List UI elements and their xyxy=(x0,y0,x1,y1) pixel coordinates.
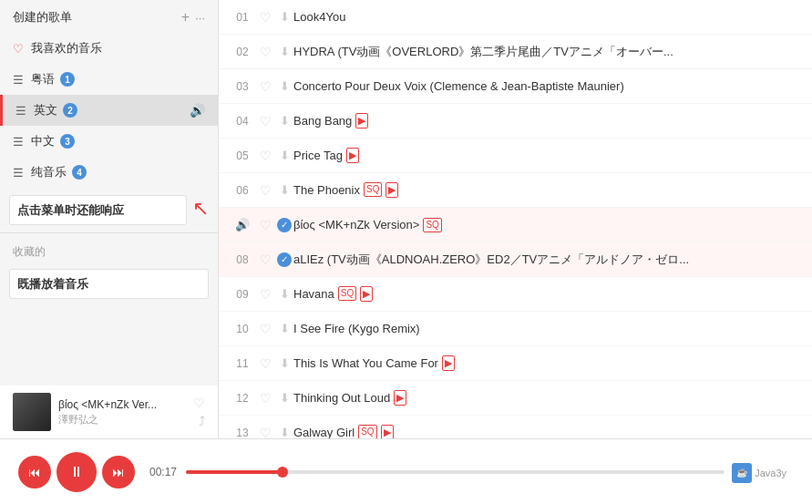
track-row[interactable]: 08♡✓aLIEz (TV动画《ALDNOAH.ZERO》ED2／TVアニメ「ア… xyxy=(219,242,812,277)
track-row[interactable]: 10♡⬇I See Fire (Kygo Remix) xyxy=(219,312,812,346)
track-heart-icon[interactable]: ♡ xyxy=(255,356,275,371)
heart-action-icon[interactable]: ♡ xyxy=(193,396,205,410)
play-pause-button[interactable]: ⏸ xyxy=(57,452,97,492)
badge-3: 3 xyxy=(60,134,75,149)
track-check-area[interactable]: ⬇ xyxy=(275,183,293,197)
play-badge: ▶ xyxy=(442,355,455,371)
annotation-text-2: 既播放着音乐 xyxy=(17,277,88,291)
add-icon[interactable]: + xyxy=(181,9,190,26)
download-icon[interactable]: ⬇ xyxy=(280,45,290,58)
track-row[interactable]: 🔊♡✓βίος <MK+nZk Version>SQ xyxy=(219,208,812,242)
track-heart-icon[interactable]: ♡ xyxy=(255,218,275,232)
track-title: This Is What You Came For▶ xyxy=(293,355,801,371)
track-number: 10 xyxy=(230,323,255,335)
track-heart-icon[interactable]: ♡ xyxy=(255,10,275,25)
download-icon[interactable]: ⬇ xyxy=(280,149,290,162)
track-title-text: Bang Bang xyxy=(293,114,352,128)
track-title: Concerto Pour Deux Voix (Clemence & Jean… xyxy=(293,79,801,93)
track-check-area[interactable]: ⬇ xyxy=(275,79,293,93)
download-icon[interactable]: ⬇ xyxy=(280,322,290,335)
track-row[interactable]: 05♡⬇Price Tag▶ xyxy=(219,139,812,173)
track-heart-icon[interactable]: ♡ xyxy=(255,45,275,59)
track-check-area[interactable]: ✓ xyxy=(275,252,293,267)
download-icon[interactable]: ⬇ xyxy=(280,114,290,128)
sidebar-item-chinese[interactable]: ☰ 中文 3 xyxy=(0,126,218,157)
progress-bar[interactable] xyxy=(186,470,725,474)
sidebar-item-english[interactable]: ☰ 英文 2 🔊 xyxy=(0,95,218,126)
track-number: 08 xyxy=(230,253,255,266)
track-check-area[interactable]: ⬇ xyxy=(275,149,293,162)
track-number: 11 xyxy=(230,357,255,370)
track-number: 01 xyxy=(230,11,255,24)
track-check-area[interactable]: ⬇ xyxy=(275,287,293,301)
volume-playing-icon: 🔊 xyxy=(235,218,250,231)
track-row[interactable]: 13♡⬇Galway GirlSQ▶ xyxy=(219,416,812,438)
track-check-area[interactable]: ⬇ xyxy=(275,322,293,335)
sidebar-item-cantonese[interactable]: ☰ 粤语 1 xyxy=(0,64,218,95)
download-icon[interactable]: ⬇ xyxy=(280,79,290,93)
prev-button[interactable]: ⏮ xyxy=(18,456,51,489)
track-title-text: This Is What You Came For xyxy=(293,356,438,370)
track-number: 13 xyxy=(230,427,255,439)
sq-badge: SQ xyxy=(338,286,356,301)
download-icon[interactable]: ⬇ xyxy=(280,287,290,301)
download-icon[interactable]: ⬇ xyxy=(280,391,290,405)
track-row[interactable]: 02♡⬇HYDRA (TV动画《OVERLORD》第二季片尾曲／TVアニメ「オー… xyxy=(219,35,812,69)
track-row[interactable]: 12♡⬇Thinking Out Loud▶ xyxy=(219,381,812,416)
track-check-area[interactable]: ⬇ xyxy=(275,391,293,405)
track-heart-icon[interactable]: ♡ xyxy=(255,149,275,163)
more-icon[interactable]: ··· xyxy=(195,11,205,25)
track-check-area[interactable]: ⬇ xyxy=(275,10,293,24)
track-check-area[interactable]: ⬇ xyxy=(275,45,293,58)
play-badge: ▶ xyxy=(355,113,368,129)
track-title-text: HYDRA (TV动画《OVERLORD》第二季片尾曲／TVアニメ「オーバー..… xyxy=(293,44,673,60)
track-check-area[interactable]: ⬇ xyxy=(275,114,293,128)
track-heart-icon[interactable]: ♡ xyxy=(255,426,275,439)
play-badge: ▶ xyxy=(394,390,406,406)
sidebar-title: 创建的歌单 xyxy=(13,9,72,26)
track-title: The PhoenixSQ▶ xyxy=(293,182,801,198)
track-title-text: Galway Girl xyxy=(293,426,355,438)
track-heart-icon[interactable]: ♡ xyxy=(255,183,275,198)
collection-label: 收藏的 xyxy=(13,244,46,260)
heart-icon: ♡ xyxy=(13,42,24,56)
download-icon[interactable]: ⬇ xyxy=(280,183,290,197)
track-check-area[interactable]: ⬇ xyxy=(275,356,293,370)
track-row[interactable]: 06♡⬇The PhoenixSQ▶ xyxy=(219,173,812,208)
player-controls: ⏮ ⏸ ⏭ xyxy=(18,452,135,492)
check-circle: ✓ xyxy=(277,218,292,232)
collection-section: 收藏的 xyxy=(0,237,218,263)
track-row[interactable]: 11♡⬇This Is What You Came For▶ xyxy=(219,346,812,381)
download-icon[interactable]: ⬇ xyxy=(280,426,290,438)
track-heart-icon[interactable]: ♡ xyxy=(255,114,275,129)
track-check-area[interactable]: ✓ xyxy=(275,218,293,232)
sidebar-header-icons: + ··· xyxy=(181,9,205,26)
track-heart-icon[interactable]: ♡ xyxy=(255,322,275,336)
sidebar-item-favorites[interactable]: ♡ 我喜欢的音乐 xyxy=(0,33,218,64)
sidebar-item-instrumental[interactable]: ☰ 纯音乐 4 xyxy=(0,157,218,188)
track-title: aLIEz (TV动画《ALDNOAH.ZERO》ED2／TVアニメ「アルドノア… xyxy=(293,252,801,268)
track-row[interactable]: 01♡⬇Look4You xyxy=(219,0,812,35)
tracklist: 01♡⬇Look4You02♡⬇HYDRA (TV动画《OVERLORD》第二季… xyxy=(219,0,812,438)
track-title-text: βίος <MK+nZk Version> xyxy=(293,218,419,231)
next-button[interactable]: ⏭ xyxy=(102,456,135,489)
download-icon[interactable]: ⬇ xyxy=(280,10,290,24)
now-playing-thumbnail xyxy=(13,393,51,431)
track-number: 03 xyxy=(230,80,255,93)
track-check-area[interactable]: ⬇ xyxy=(275,426,293,438)
track-heart-icon[interactable]: ♡ xyxy=(255,287,275,302)
track-row[interactable]: 03♡⬇Concerto Pour Deux Voix (Clemence & … xyxy=(219,69,812,104)
track-row[interactable]: 09♡⬇HavanaSQ▶ xyxy=(219,277,812,312)
track-heart-icon[interactable]: ♡ xyxy=(255,391,275,406)
track-heart-icon[interactable]: ♡ xyxy=(255,252,275,267)
track-title: Bang Bang▶ xyxy=(293,113,801,129)
divider-1 xyxy=(0,232,218,233)
track-heart-icon[interactable]: ♡ xyxy=(255,79,275,94)
track-title-text: Concerto Pour Deux Voix (Clemence & Jean… xyxy=(293,79,624,93)
track-row[interactable]: 04♡⬇Bang Bang▶ xyxy=(219,104,812,139)
track-number: 12 xyxy=(230,392,255,405)
track-title: βίος <MK+nZk Version>SQ xyxy=(293,218,801,232)
track-title-text: aLIEz (TV动画《ALDNOAH.ZERO》ED2／TVアニメ「アルドノア… xyxy=(293,252,689,268)
share-action-icon[interactable]: ⤴ xyxy=(199,414,205,428)
download-icon[interactable]: ⬇ xyxy=(280,356,290,370)
